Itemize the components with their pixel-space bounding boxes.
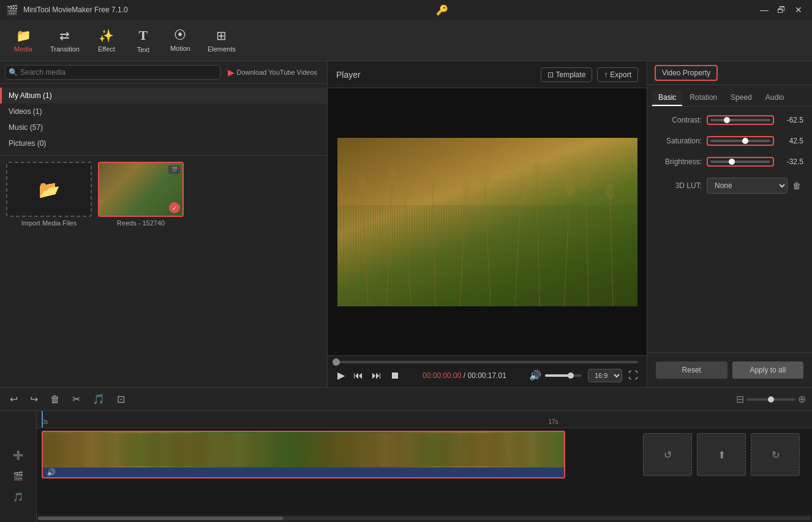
svg-line-1 (386, 175, 393, 306)
ruler-mark-17s: 17s (549, 418, 558, 425)
music-track-icon[interactable]: 🎵 (9, 488, 27, 505)
transition-slot-2[interactable]: ⬆ (697, 433, 746, 476)
import-thumb[interactable]: 📂 (6, 162, 92, 217)
pictures-label: Pictures (0) (9, 139, 46, 148)
search-input[interactable] (5, 65, 220, 80)
app-title: MiniTool MovieMaker Free 7.1.0 (23, 6, 128, 14)
restore-button[interactable]: 🗗 (774, 4, 789, 16)
export-button[interactable]: ↑ Export (597, 67, 638, 82)
nav-item-music[interactable]: Music (57) (0, 119, 327, 135)
tab-speed[interactable]: Speed (724, 90, 758, 106)
minimize-button[interactable]: — (757, 4, 772, 16)
transition-slot-1[interactable]: ↺ (643, 433, 692, 476)
download-youtube-label: Download YouTube Videos (237, 69, 318, 76)
undo-button[interactable]: ↩ (6, 391, 21, 407)
player-header-right: ⊡ Template ↑ Export (541, 67, 638, 82)
video-clip[interactable]: 🔊 (42, 431, 565, 478)
zoom-slider[interactable] (746, 398, 795, 401)
redo-button[interactable]: ↪ (26, 391, 42, 407)
motion-icon: ⦿ (174, 28, 186, 42)
stop-button[interactable]: ⏹ (389, 369, 401, 382)
add-media-track-icon[interactable]: ➕ (9, 447, 27, 464)
toolbar-elements[interactable]: ⊞ Elements (199, 25, 244, 56)
tab-audio[interactable]: Audio (759, 90, 791, 106)
reset-button[interactable]: Reset (656, 361, 727, 379)
tab-basic-label: Basic (658, 93, 676, 102)
contrast-value: -62.5 (779, 116, 803, 124)
media-icon: 📁 (16, 28, 31, 43)
toolbar-transition[interactable]: ⇄ Transition (42, 25, 88, 56)
close-button[interactable]: ✕ (791, 4, 806, 16)
reeds-label: Reeds - 152740 (117, 219, 165, 227)
timeline-scrollbar[interactable] (37, 515, 812, 522)
svg-line-2 (405, 193, 411, 306)
scrollbar-thumb[interactable] (38, 516, 283, 520)
elements-label: Elements (208, 45, 236, 53)
contrast-row: Contrast: -62.5 (656, 115, 803, 125)
progress-dot[interactable] (333, 358, 340, 366)
toolbar-effect[interactable]: ✨ Effect (88, 25, 125, 56)
template-icon: ⊡ (547, 70, 554, 79)
player-area: Player ⊡ Template ↑ Export (328, 61, 647, 387)
zoom-in-icon: ⊕ (798, 393, 806, 405)
tab-rotation-label: Rotation (690, 93, 717, 102)
lut-delete-button[interactable]: 🗑 (790, 180, 803, 192)
svg-line-5 (484, 178, 491, 306)
timeline-tracks: 🔊 ↺ ⬆ ↻ (37, 428, 812, 515)
video-property-header: Video Property (647, 61, 812, 85)
svg-line-4 (460, 190, 466, 306)
svg-point-12 (388, 165, 397, 182)
split-button[interactable]: ✂ (69, 391, 84, 407)
svg-line-7 (536, 172, 539, 306)
nav-item-album[interactable]: My Album (1) (0, 88, 327, 104)
playhead-triangle (39, 411, 46, 412)
svg-line-9 (585, 181, 588, 306)
prev-frame-button[interactable]: ⏮ (352, 369, 364, 382)
svg-point-17 (516, 174, 526, 191)
play-button[interactable]: ▶ (336, 368, 346, 382)
toolbar-motion[interactable]: ⦿ Motion (162, 25, 199, 56)
brightness-dot (729, 159, 735, 165)
saturation-dot (742, 138, 748, 144)
svg-point-14 (427, 170, 437, 189)
toolbar-text[interactable]: T Text (125, 24, 162, 57)
download-youtube-button[interactable]: ▶ Download YouTube Videos (223, 65, 323, 80)
saturation-slider[interactable] (707, 136, 774, 146)
scrollbar-track (38, 516, 811, 520)
nav-item-videos[interactable]: Videos (1) (0, 104, 327, 119)
fullscreen-button[interactable]: ⛶ (628, 370, 638, 381)
media-selected-check: ✓ (169, 202, 180, 213)
volume-button[interactable]: 🔊 (528, 368, 543, 382)
contrast-slider[interactable] (707, 115, 774, 125)
svg-line-10 (610, 193, 613, 306)
audio-wave-icon: 🔊 (47, 468, 56, 477)
reeds-thumb[interactable]: 🎬 ✓ (98, 162, 184, 217)
next-frame-button[interactable]: ⏭ (370, 369, 383, 382)
import-media-item[interactable]: 📂 Import Media Files (6, 162, 92, 227)
toolbar-media[interactable]: 📁 Media (5, 25, 42, 56)
svg-point-19 (565, 176, 576, 195)
elements-icon: ⊞ (216, 28, 227, 43)
lut-select[interactable]: None Vivid Cool Warm Vintage (707, 178, 788, 194)
action-buttons: Reset Apply to all (647, 352, 812, 387)
progress-bar-wrap[interactable] (336, 361, 638, 363)
brightness-slider[interactable] (707, 157, 774, 167)
nav-item-pictures[interactable]: Pictures (0) (0, 135, 327, 151)
crop-button[interactable]: ⊡ (113, 391, 129, 407)
video-track-icon[interactable]: 🎬 (9, 467, 27, 485)
tab-audio-label: Audio (765, 93, 784, 102)
timeline-tracks-area: 0s 17s 🔊 (37, 411, 812, 522)
video-property-title: Video Property (655, 65, 718, 81)
tab-basic[interactable]: Basic (652, 90, 682, 106)
template-button[interactable]: ⊡ Template (541, 67, 593, 82)
progress-bar-bg[interactable] (336, 361, 638, 363)
delete-clip-button[interactable]: 🗑 (47, 392, 64, 407)
audio-detach-button[interactable]: 🎵 (89, 391, 108, 407)
transition-slot-3[interactable]: ↻ (751, 433, 800, 476)
media-label: Media (14, 45, 32, 53)
aspect-ratio-select[interactable]: 16:9 9:16 1:1 4:3 (588, 369, 622, 382)
volume-slider[interactable] (545, 374, 582, 377)
reeds-media-item[interactable]: 🎬 ✓ Reeds - 152740 (98, 162, 184, 227)
tab-rotation[interactable]: Rotation (683, 90, 723, 106)
apply-all-button[interactable]: Apply to all (732, 361, 804, 379)
